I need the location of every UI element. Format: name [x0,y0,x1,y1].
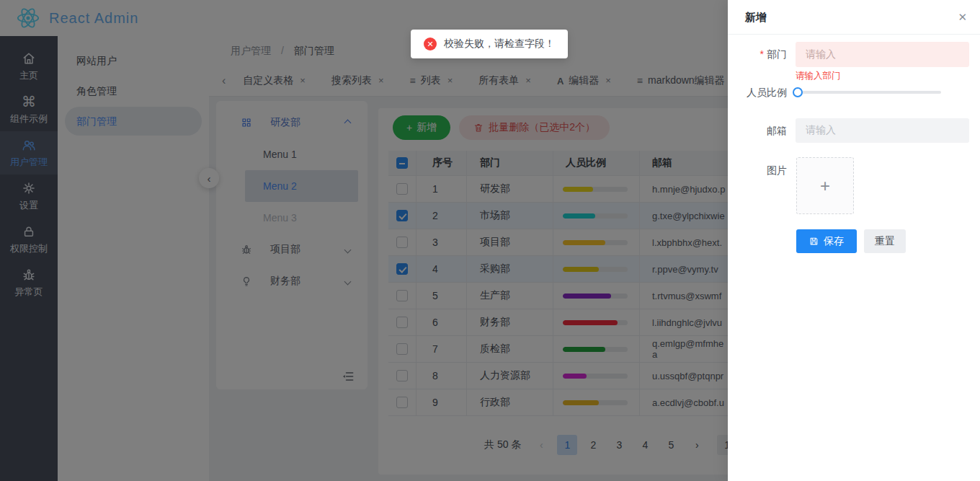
image-field-label: 图片 [728,163,787,177]
dept-field-label: *部门 [728,42,787,67]
ratio-slider[interactable] [796,85,948,100]
email-input-placeholder: 请输入 [806,124,836,137]
save-button[interactable]: 保存 [796,229,857,253]
slider-track [796,91,941,94]
email-input[interactable]: 请输入 [796,118,969,143]
required-asterisk: * [760,48,764,60]
image-upload-box[interactable]: + [796,157,854,214]
dept-input[interactable]: 请输入 [796,42,969,67]
plus-icon: + [820,176,830,196]
ratio-field-label: 人员比例 [728,85,787,100]
floppy-save-icon [809,237,819,246]
drawer-title: 新增 [728,0,980,35]
toast-message: 校验失败，请检查字段！ [444,37,555,50]
slider-handle[interactable] [793,87,803,97]
drawer-close-icon[interactable]: ✕ [958,0,967,35]
error-circle-icon: ✕ [424,37,437,50]
dept-error-text: 请输入部门 [796,70,841,82]
new-department-drawer: 新增 ✕ *部门 请输入 请输入部门 人员比例 邮箱 请输入 图片 + 保存 重… [728,0,980,481]
reset-button[interactable]: 重置 [864,229,906,253]
email-field-label: 邮箱 [728,118,787,143]
error-toast: ✕ 校验失败，请检查字段！ [411,30,568,58]
dept-input-placeholder: 请输入 [806,48,836,61]
